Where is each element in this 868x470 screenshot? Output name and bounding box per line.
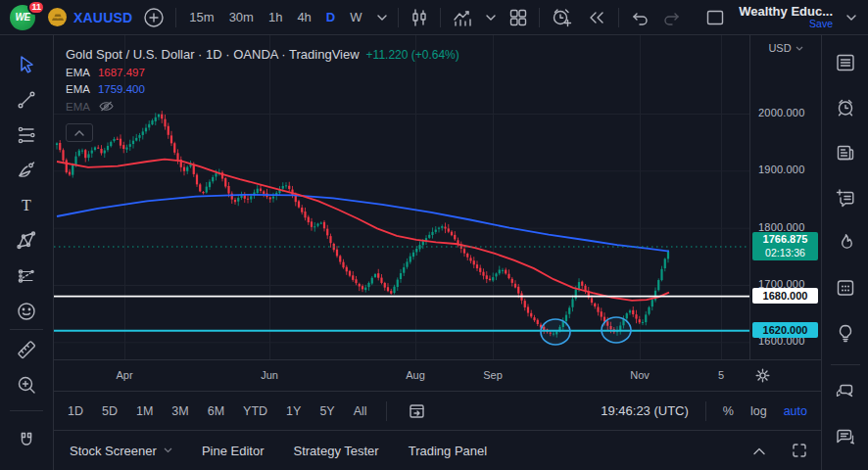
- ema-fast-label: EMA: [66, 67, 90, 78]
- expand-panel-chevron-up-icon[interactable]: [750, 445, 768, 457]
- chart-style-candles-button[interactable]: [408, 6, 431, 29]
- news-button[interactable]: [827, 130, 864, 175]
- panel-controls: [750, 441, 809, 460]
- percent-scale-toggle[interactable]: %: [723, 404, 734, 418]
- stock-screener-tab[interactable]: Stock Screener: [70, 444, 172, 458]
- layout-name: Wealthy Educ...: [739, 5, 833, 19]
- zoom-in-tool-button[interactable]: [8, 367, 45, 402]
- pine-editor-tab[interactable]: Pine Editor: [202, 444, 265, 458]
- range-5y[interactable]: 5Y: [319, 404, 334, 418]
- range-5d[interactable]: 5D: [102, 404, 118, 418]
- top-toolbar: WE 11 XAUUSD 15m 30m 1h 4h D W: [0, 0, 868, 35]
- chevron-down-icon: [796, 46, 803, 51]
- annotation-circle: [541, 319, 570, 345]
- svg-text:T: T: [22, 197, 31, 213]
- price-axis[interactable]: USD 2000.0001900.0001800.0001700.0001600…: [749, 35, 821, 359]
- price-change: +11.220 (+0.64%): [366, 48, 459, 62]
- chart-title-row[interactable]: Gold Spot / U.S. Dollar · 1D · OANDA · T…: [66, 47, 459, 62]
- measure-tool-button[interactable]: [8, 332, 45, 367]
- fullscreen-button[interactable]: [790, 441, 809, 460]
- symbol-search-button[interactable]: XAUUSD: [48, 8, 132, 26]
- annotation-circle: [602, 317, 631, 343]
- interval-15m[interactable]: 15m: [189, 10, 214, 24]
- alert-add-button[interactable]: [549, 5, 575, 30]
- indicators-button[interactable]: [450, 6, 475, 29]
- journal-add-button[interactable]: [827, 175, 864, 220]
- interval-chevron-down-icon[interactable]: [375, 13, 389, 23]
- indicators-chevron-down-icon[interactable]: [484, 13, 498, 23]
- range-all[interactable]: All: [354, 404, 367, 418]
- last-price-badge: 1766.875 02:13:36: [752, 232, 818, 260]
- tradingview-app: WE 11 XAUUSD 15m 30m 1h 4h D W: [0, 0, 868, 470]
- range-3m[interactable]: 3M: [171, 404, 188, 418]
- toolbar-separator: [386, 401, 387, 421]
- range-1m[interactable]: 1M: [136, 404, 153, 418]
- log-scale-toggle[interactable]: log: [750, 404, 767, 418]
- help-button[interactable]: [827, 459, 864, 470]
- session-clock[interactable]: 19:46:23 (UTC): [601, 403, 689, 418]
- ema-fast-value: 1687.497: [98, 67, 145, 78]
- price-tick-label: 2000.000: [758, 107, 804, 118]
- undo-button[interactable]: [628, 7, 651, 28]
- chart-title: Gold Spot / U.S. Dollar · 1D · OANDA · T…: [66, 47, 360, 62]
- fib-retracement-tool-button[interactable]: [8, 118, 45, 153]
- ema-fast-row[interactable]: EMA 1687.497: [66, 67, 459, 78]
- ideas-bulb-button[interactable]: [827, 310, 864, 355]
- private-chat-button[interactable]: [827, 414, 864, 459]
- alerts-button[interactable]: [827, 85, 864, 130]
- auto-scale-toggle[interactable]: auto: [784, 404, 807, 418]
- save-button[interactable]: Save: [809, 19, 833, 30]
- range-6m[interactable]: 6M: [208, 404, 224, 418]
- range-ytd[interactable]: YTD: [243, 404, 267, 418]
- layout-chevron-down-icon[interactable]: [844, 13, 858, 23]
- range-1y[interactable]: 1Y: [286, 404, 301, 418]
- chart-pane[interactable]: Gold Spot / U.S. Dollar · 1D · OANDA · T…: [54, 35, 821, 391]
- symbol-name: XAUUSD: [73, 10, 132, 25]
- layout-grid-button[interactable]: [506, 6, 530, 29]
- support-line-price-badge: 1620.000: [752, 322, 818, 338]
- text-tool-button[interactable]: T: [8, 188, 45, 223]
- currency-dropdown[interactable]: USD: [750, 42, 821, 54]
- right-sidebar: [821, 35, 868, 470]
- magnet-mode-button[interactable]: [8, 423, 45, 458]
- eye-off-icon[interactable]: [98, 100, 115, 113]
- interval-1d-active[interactable]: D: [326, 10, 335, 24]
- cursor-tool-button[interactable]: [8, 47, 45, 82]
- time-axis-label: Nov: [630, 369, 650, 381]
- interval-1w[interactable]: W: [350, 10, 362, 24]
- chart-legend: Gold Spot / U.S. Dollar · 1D · OANDA · T…: [66, 47, 459, 142]
- ema-slow-value: 1759.400: [98, 83, 145, 95]
- time-axis-label: Sep: [483, 369, 503, 381]
- interval-1h[interactable]: 1h: [268, 10, 282, 24]
- layout-select-button[interactable]: [703, 7, 727, 28]
- emoji-tool-button[interactable]: [8, 294, 45, 329]
- redo-button[interactable]: [660, 7, 684, 28]
- hotlists-flame-button[interactable]: [827, 220, 864, 265]
- time-axis-label: Jun: [261, 369, 278, 381]
- calendar-button[interactable]: [827, 265, 864, 310]
- range-1d[interactable]: 1D: [68, 404, 83, 418]
- interval-30m[interactable]: 30m: [229, 10, 254, 24]
- bar-replay-button[interactable]: [584, 7, 609, 28]
- app-logo[interactable]: WE 11: [10, 4, 39, 31]
- chart-settings-gear-icon[interactable]: [755, 368, 770, 386]
- watchlist-button[interactable]: [827, 40, 864, 85]
- time-axis-label: 5: [718, 369, 724, 381]
- edit-tool-button[interactable]: [8, 458, 45, 470]
- compare-add-symbol-button[interactable]: [141, 5, 167, 30]
- ema-slow-row[interactable]: EMA 1759.400: [66, 83, 459, 95]
- forecast-tool-button[interactable]: [8, 258, 45, 294]
- legend-collapse-button[interactable]: [66, 123, 93, 142]
- layout-name-menu[interactable]: Wealthy Educ... Save: [739, 5, 833, 30]
- xabcd-pattern-tool-button[interactable]: [8, 223, 45, 258]
- toolbar-separator: [618, 8, 619, 27]
- strategy-tester-tab[interactable]: Strategy Tester: [293, 444, 378, 458]
- public-chats-button[interactable]: [827, 369, 864, 414]
- trend-line-tool-button[interactable]: [8, 82, 45, 118]
- ema-hidden-row[interactable]: EMA: [66, 100, 459, 113]
- go-to-date-button[interactable]: [406, 400, 428, 422]
- interval-4h[interactable]: 4h: [297, 10, 311, 24]
- brush-tool-button[interactable]: [8, 153, 45, 188]
- trading-panel-tab[interactable]: Trading Panel: [409, 444, 487, 458]
- time-axis[interactable]: AprJunAugSepNov5: [54, 359, 821, 391]
